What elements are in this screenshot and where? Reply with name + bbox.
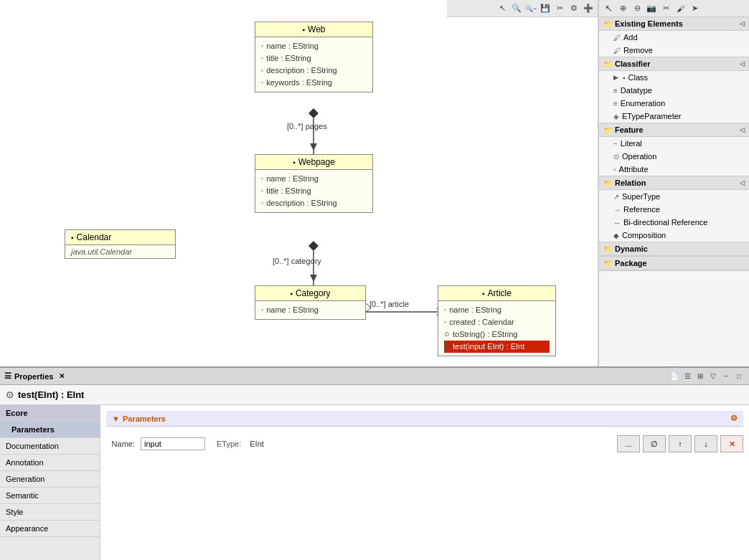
feature-header[interactable]: 📁 Feature ◁ xyxy=(599,123,749,137)
nav-semantic[interactable]: Semantic xyxy=(0,488,100,504)
package-header[interactable]: 📁 Package xyxy=(599,257,749,270)
svg-marker-5 xyxy=(308,241,319,251)
nav-appearance[interactable]: Appearance xyxy=(0,521,100,537)
bottom-toolbar-list-icon[interactable]: ☰ xyxy=(682,371,693,382)
attribute-icon: ▫ xyxy=(613,166,616,174)
nav-documentation-label: Documentation xyxy=(6,442,59,450)
remove-item[interactable]: 🖊 Remove xyxy=(599,44,749,57)
zoom-in-icon[interactable]: 🔍 xyxy=(510,2,523,15)
uml-class-calendar[interactable]: ▪ Calendar java.util.Calendar xyxy=(65,229,176,259)
nav-ecore[interactable]: Ecore xyxy=(0,405,100,422)
delete-button[interactable]: ✕ xyxy=(720,435,743,452)
save-icon[interactable]: 💾 xyxy=(539,2,552,15)
dynamic-header[interactable]: 📁 Dynamic xyxy=(599,242,749,256)
class-icon-category: ▪ xyxy=(290,290,293,298)
folder-icon-package: 📁 xyxy=(603,260,612,267)
browse-button[interactable]: ... xyxy=(617,435,640,452)
params-section-header: ▼ Parameters ⚙ xyxy=(106,411,743,427)
canvas-area: ↖ 🔍 🔍− 💾 ✂ ⚙ ➕ xyxy=(0,0,598,366)
nav-generation-label: Generation xyxy=(6,475,44,483)
zoom-out-icon[interactable]: 🔍− xyxy=(524,2,537,15)
classifier-header[interactable]: 📁 Classifier ◁ xyxy=(599,57,749,71)
uml-class-article-header: ▪ Article xyxy=(438,286,555,301)
select-tool-icon[interactable]: ↖ xyxy=(496,2,509,15)
move-up-button[interactable]: ↑ xyxy=(669,435,692,452)
uml-class-webpage[interactable]: ▪ Webpage ▫name : EString ▫title : EStri… xyxy=(255,154,373,213)
operation-item[interactable]: ⊙ Operation xyxy=(599,150,749,163)
nav-style[interactable]: Style xyxy=(0,504,100,521)
camera-icon[interactable]: 📷 xyxy=(645,2,658,15)
uml-attr: ⊙toString() : EString xyxy=(444,328,550,341)
add-icon[interactable]: ➕ xyxy=(582,2,595,15)
conn-label-article: [0..*] article xyxy=(369,300,409,308)
right-panel: ↖ ⊕ ⊖ 📷 ✂ 🖌 ➤ 📁 Existing Elements ◁ xyxy=(598,0,749,366)
collapse-classifier-icon: ◁ xyxy=(740,60,745,67)
composition-label: Composition xyxy=(622,231,666,239)
bottom-toolbar-filter-icon[interactable]: ▽ xyxy=(707,371,719,382)
enumeration-item[interactable]: ≡ Enumeration xyxy=(599,97,749,110)
params-gear-icon[interactable]: ⚙ xyxy=(730,414,738,423)
relation-header[interactable]: 📁 Relation ◁ xyxy=(599,176,749,190)
zoom-icon[interactable]: ⊕ xyxy=(616,2,629,15)
clear-button[interactable]: ∅ xyxy=(643,435,666,452)
uml-class-web[interactable]: ▪ Web ▫name : EString ▫title : EString ▫… xyxy=(255,22,373,92)
uml-class-calendar-header: ▪ Calendar xyxy=(65,230,175,245)
uml-attr: ▫name : EString xyxy=(444,304,550,316)
uml-class-category-body: ▫name : EString xyxy=(255,301,365,319)
nav-appearance-label: Appearance xyxy=(6,524,48,533)
bottom-toolbar-min-icon[interactable]: − xyxy=(720,371,732,382)
toolbar-icons: ↖ 🔍 🔍− 💾 ✂ ⚙ ➕ xyxy=(496,2,595,15)
bottom-toolbar-max-icon[interactable]: □ xyxy=(733,371,745,382)
attribute-item[interactable]: ▫ Attribute xyxy=(599,163,749,176)
move-down-button[interactable]: ↓ xyxy=(694,435,717,452)
svg-marker-1 xyxy=(310,143,317,151)
attr-icon: ▫ xyxy=(261,65,263,77)
scissor-icon[interactable]: ✂ xyxy=(659,2,672,15)
cursor-icon[interactable]: ↖ xyxy=(602,2,615,15)
reference-item[interactable]: → Reference xyxy=(599,203,749,216)
operation-label: Operation xyxy=(622,152,656,161)
nav-style-label: Style xyxy=(6,508,23,516)
literal-item[interactable]: − Literal xyxy=(599,137,749,150)
settings-icon[interactable]: ⚙ xyxy=(567,2,580,15)
class-icon-calendar: ▪ xyxy=(71,234,74,242)
package-title: Package xyxy=(615,259,647,267)
arrow-icon[interactable]: ➤ xyxy=(688,2,701,15)
nav-generation[interactable]: Generation xyxy=(0,471,100,488)
composition-item[interactable]: ◆ Composition xyxy=(599,229,749,242)
properties-icon: ☰ xyxy=(4,371,11,381)
add-icon-item: 🖊 xyxy=(613,34,621,42)
bottom-panel-toolbar: 📄 ☰ ⊞ ▽ − □ xyxy=(669,371,745,382)
class-icon-article: ▪ xyxy=(482,290,485,298)
top-toolbar: ↖ 🔍 🔍− 💾 ✂ ⚙ ➕ xyxy=(447,0,598,17)
uml-class-article-body: ▫name : EString ▫created : Calendar ⊙toS… xyxy=(438,301,555,356)
etype-value: EInt xyxy=(250,440,264,448)
element-gear-icon: ⊙ xyxy=(6,389,14,400)
bottom-toolbar-grid-icon[interactable]: ⊞ xyxy=(694,371,706,382)
name-input[interactable] xyxy=(141,437,205,450)
uml-attr-highlighted[interactable]: ⊙test(input EInt) : EInt xyxy=(444,341,550,353)
nav-parameters[interactable]: Parameters xyxy=(0,422,100,438)
add-item[interactable]: 🖊 Add xyxy=(599,31,749,44)
supertype-item[interactable]: ↗ SuperType xyxy=(599,190,749,203)
etypeparam-item[interactable]: ◈ ETypeParameter xyxy=(599,110,749,123)
existing-elements-header[interactable]: 📁 Existing Elements ◁ xyxy=(599,17,749,31)
bidirectional-ref-item[interactable]: ↔ Bi-directional Reference xyxy=(599,216,749,229)
operation-icon-panel: ⊙ xyxy=(613,153,619,161)
dynamic-section: 📁 Dynamic xyxy=(599,242,749,257)
etypeparam-label: ETypeParameter xyxy=(622,112,682,120)
close-properties-icon[interactable]: ✕ xyxy=(59,372,65,380)
brush-icon[interactable]: 🖌 xyxy=(674,2,687,15)
class-item[interactable]: ▶ ▪ Class xyxy=(599,71,749,84)
zoom-minus-icon[interactable]: ⊖ xyxy=(631,2,644,15)
bottom-toolbar-new-icon[interactable]: 📄 xyxy=(669,371,680,382)
nav-documentation[interactable]: Documentation xyxy=(0,438,100,455)
datatype-item[interactable]: ≡ Datatype xyxy=(599,84,749,97)
supertype-label: SuperType xyxy=(622,192,660,201)
cut-icon[interactable]: ✂ xyxy=(553,2,566,15)
uml-class-article[interactable]: ▪ Article ▫name : EString ▫created : Cal… xyxy=(438,285,556,356)
uml-class-category[interactable]: ▪ Category ▫name : EString xyxy=(255,285,366,320)
properties-tab[interactable]: ☰ Properties ✕ xyxy=(4,371,65,381)
nav-annotation[interactable]: Annotation xyxy=(0,455,100,471)
uml-attr: ▫description : EString xyxy=(261,65,367,77)
